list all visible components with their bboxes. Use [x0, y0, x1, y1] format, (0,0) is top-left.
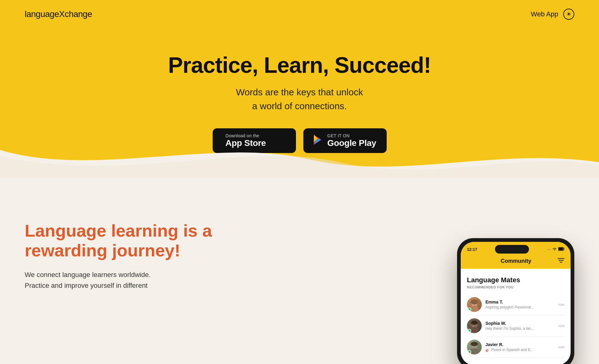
- list-item[interactable]: Sophia W. Hey there! I'm Sophia, a lan..…: [467, 315, 564, 337]
- user-info: Emma T. Aspiring polyglot! Passionat...: [485, 300, 555, 309]
- user-bio: Aspiring polyglot! Passionat...: [485, 305, 535, 309]
- svg-point-14: [470, 327, 479, 333]
- user-time: now: [558, 303, 564, 306]
- user-name: Sophia W.: [485, 321, 555, 326]
- section-title-line2: rewarding journey!: [25, 241, 180, 260]
- text-content: Language learning is a rewarding journey…: [25, 196, 212, 291]
- hero-title: Practice, Learn, Succeed!: [6, 52, 593, 78]
- community-title: Community: [474, 258, 558, 264]
- user-info: Javier R. 🎸 Fluent in Spanish and E...: [485, 342, 555, 352]
- sun-icon: ☀: [566, 11, 571, 18]
- battery-icon: [558, 247, 564, 252]
- section-title-line1: Language learning is a: [25, 221, 212, 240]
- header: languageXchange Web App ☀: [0, 0, 599, 28]
- section-title: Language learning is a rewarding journey…: [25, 221, 212, 261]
- svg-point-12: [471, 300, 478, 304]
- content-section: Language learning is a rewarding journey…: [0, 178, 599, 363]
- hero-subtitle-line2: a world of connections.: [252, 101, 347, 111]
- section-description: We connect language learners worldwide. …: [25, 269, 212, 291]
- svg-rect-5: [559, 248, 563, 250]
- svg-point-11: [470, 306, 479, 312]
- recommended-label: RECOMMENDED FOR YOU: [467, 285, 564, 289]
- phone-body: Language Mates RECOMMENDED FOR YOU: [461, 269, 571, 364]
- phone-mockup: 12:17 ···· Community: [457, 238, 574, 364]
- user-name: Emma T.: [485, 300, 555, 304]
- filter-icon[interactable]: [558, 258, 564, 264]
- header-nav: Web App ☀: [531, 9, 574, 20]
- section-desc-line1: We connect language learners worldwide.: [25, 271, 151, 279]
- avatar: [467, 297, 482, 312]
- online-indicator: [468, 350, 471, 354]
- user-name: Javier R.: [485, 342, 555, 347]
- svg-point-18: [471, 342, 478, 346]
- phone-app-header: Community: [461, 255, 571, 269]
- phone-outer: 12:17 ···· Community: [457, 238, 574, 364]
- svg-point-17: [470, 348, 479, 354]
- svg-rect-6: [564, 248, 564, 250]
- svg-point-15: [471, 321, 478, 325]
- online-indicator: [468, 308, 471, 311]
- user-time: now: [558, 324, 564, 328]
- avatar: [467, 340, 482, 354]
- web-app-link[interactable]: Web App: [531, 10, 558, 18]
- user-time: now: [558, 345, 564, 349]
- online-indicator: [468, 329, 471, 333]
- user-bio: Hey there! I'm Sophia, a lan...: [485, 326, 535, 331]
- phone-status-icons: ····: [547, 247, 564, 252]
- wifi-icon: [552, 247, 557, 252]
- hero-subtitle-line1: Words are the keys that unlock: [236, 87, 363, 97]
- signal-icon: ····: [547, 247, 551, 251]
- list-item[interactable]: Emma T. Aspiring polyglot! Passionat... …: [467, 294, 564, 315]
- user-bio: 🎸 Fluent in Spanish and E...: [485, 348, 535, 352]
- phone-time: 12:17: [467, 247, 477, 252]
- list-item[interactable]: Javier R. 🎸 Fluent in Spanish and E... n…: [467, 337, 564, 358]
- phone-status-bar: 12:17 ····: [461, 242, 571, 255]
- phone-inner: 12:17 ···· Community: [461, 242, 571, 364]
- user-list: Emma T. Aspiring polyglot! Passionat... …: [467, 294, 564, 358]
- language-mates-title: Language Mates: [467, 276, 564, 284]
- avatar: [467, 318, 482, 333]
- theme-toggle-button[interactable]: ☀: [563, 9, 574, 20]
- phone-notch: [495, 245, 529, 254]
- section-desc-line2: Practice and improve yourself in differe…: [25, 282, 148, 289]
- user-info: Sophia W. Hey there! I'm Sophia, a lan..…: [485, 321, 555, 331]
- hero-subtitle: Words are the keys that unlock a world o…: [6, 85, 593, 113]
- logo: languageXchange: [25, 9, 92, 19]
